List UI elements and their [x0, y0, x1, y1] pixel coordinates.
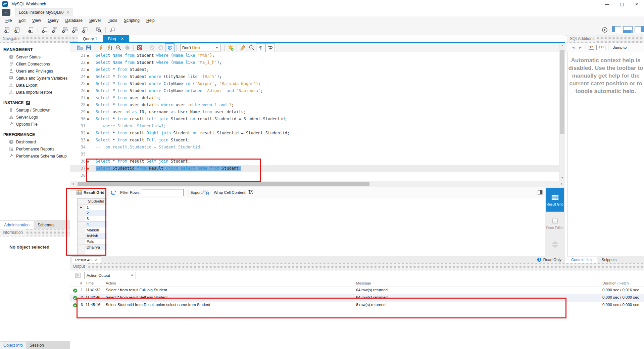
form-editor-button[interactable]: Form Editor	[546, 214, 564, 233]
tab-query-1[interactable]: Query 1	[78, 35, 103, 42]
create-procedure-icon[interactable]	[70, 26, 80, 34]
show-invisibles-icon[interactable]: ¶	[256, 43, 265, 52]
scroll-left-icon[interactable]: ◄	[70, 181, 76, 187]
refresh-icon[interactable]	[110, 189, 117, 196]
editor-line-27[interactable]: 27select * from user_details;	[70, 94, 559, 101]
editor-line-35[interactable]: 35	[70, 151, 559, 158]
editor-line-22[interactable]: 22Select Name from Student where (Name l…	[70, 59, 559, 66]
table-row[interactable]: Palu	[78, 239, 107, 245]
sidebar-item-status-and-system-variables[interactable]: Status and System Variables	[0, 75, 70, 82]
sidebar-item-performance-reports[interactable]: Performance Reports	[0, 145, 70, 152]
menu-database[interactable]: Database	[62, 17, 86, 24]
tab-snippets[interactable]: Snippets	[597, 257, 621, 263]
explain-icon[interactable]	[114, 44, 123, 52]
export-icon[interactable]	[203, 189, 210, 196]
menu-file[interactable]: File	[2, 17, 15, 24]
commit-icon[interactable]	[148, 44, 156, 52]
cell-studentid[interactable]: 3	[85, 216, 107, 222]
close-button[interactable]: ✕	[629, 0, 644, 8]
result-grid-view-button[interactable]: Result Grid	[546, 188, 564, 212]
reconnect-icon[interactable]	[107, 26, 117, 34]
tab-result-46-close-icon[interactable]: ✕	[95, 258, 98, 262]
inspector-icon[interactable]: i	[26, 26, 36, 34]
home-icon[interactable]: ⌂	[2, 9, 10, 16]
sidebar-item-data-import-restore[interactable]: Data Import/Restore	[0, 89, 70, 96]
editor-line-28[interactable]: 28Select * from user_details where user_…	[70, 101, 559, 108]
create-view-icon[interactable]	[60, 26, 70, 34]
connection-tab-close-icon[interactable]: ✕	[66, 10, 69, 15]
editor-line-33[interactable]: 33Select * from result Full join Student…	[70, 137, 559, 144]
table-row[interactable]: 4	[78, 222, 107, 227]
sidebar-item-options-file[interactable]: Options File	[0, 121, 70, 128]
toggle-left-panel-button[interactable]	[612, 26, 621, 33]
editor-vertical-scrollbar[interactable]: ▲ ▼	[559, 43, 565, 181]
menu-help[interactable]: Help	[143, 17, 158, 24]
action-output-dropdown[interactable]: Action Output ▼	[84, 272, 136, 279]
tab-object-info[interactable]: Object Info	[0, 342, 26, 349]
word-wrap-icon[interactable]	[265, 43, 275, 52]
toggle-right-panel-button[interactable]	[635, 26, 644, 33]
editor-line-21[interactable]: 21Select Name from Student where (Name l…	[70, 52, 559, 59]
filter-rows-input[interactable]	[142, 189, 184, 196]
editor-line-30[interactable]: 30Select * from result Left join Student…	[70, 116, 559, 123]
tab-schemas[interactable]: Schemas	[34, 221, 58, 229]
vertical-scroll-thumb[interactable]	[560, 50, 564, 134]
sidebar-item-users-and-privileges[interactable]: Users and Privileges	[0, 68, 70, 75]
maximize-button[interactable]: ▢	[614, 0, 629, 8]
save-snippet-icon[interactable]	[226, 44, 235, 52]
table-row[interactable]: ►1	[78, 205, 107, 210]
chevron-up-icon[interactable]	[551, 241, 559, 244]
limit-rows-dropdown[interactable]: Don't Limit ▼	[180, 44, 220, 51]
create-table-icon[interactable]	[50, 26, 60, 34]
back-arrow-icon[interactable]: ◄	[570, 45, 577, 49]
minimize-button[interactable]: —	[600, 0, 614, 8]
editor-line-38[interactable]: 38	[70, 172, 559, 179]
editor-horizontal-scrollbar[interactable]: ◄ ►	[70, 181, 565, 187]
toggle-autocommit-icon[interactable]	[165, 43, 175, 52]
cell-studentid[interactable]: Manish	[85, 227, 107, 233]
scroll-up-icon[interactable]: ▲	[559, 43, 565, 48]
collapse-side-panel-icon[interactable]	[536, 188, 544, 196]
new-sql-tab-icon[interactable]: SQL	[2, 26, 12, 34]
editor-line-34[interactable]: 34-- on result.Studentid = Student.Stude…	[70, 144, 559, 151]
open-file-icon[interactable]	[76, 44, 84, 52]
editor-line-25[interactable]: 25Select * from Student where CityName i…	[70, 80, 559, 87]
editor-line-31[interactable]: 31-- where Student.Studentid=1;	[70, 123, 559, 130]
assistant-icon[interactable]	[600, 26, 610, 34]
cell-studentid[interactable]: 1	[85, 205, 107, 210]
tab-administration[interactable]: Administration	[0, 221, 34, 229]
sidebar-item-performance-schema-setup[interactable]: Performance Schema Setup	[0, 152, 70, 160]
editor-line-32[interactable]: 32Select * from result Right join Studen…	[70, 130, 559, 137]
tab-blog[interactable]: Blog ✕	[103, 35, 129, 42]
execute-icon[interactable]	[97, 44, 105, 52]
sidebar-item-server-logs[interactable]: Server Logs	[0, 114, 70, 121]
menu-server[interactable]: Server	[86, 17, 104, 24]
sidebar-item-data-export[interactable]: Data Export	[0, 82, 70, 89]
output-row[interactable]: 311:45:16Select Studentid from Result un…	[70, 302, 644, 309]
table-row[interactable]: 3	[78, 216, 107, 222]
rollback-icon[interactable]	[156, 44, 165, 52]
search-data-icon[interactable]	[94, 26, 104, 34]
connection-tab[interactable]: Local instance MySQL80 ✕	[15, 8, 73, 17]
tab-context-help[interactable]: Context Help	[567, 257, 597, 263]
cell-studentid[interactable]: Ashish	[85, 233, 107, 239]
stop-icon[interactable]	[123, 44, 132, 52]
scroll-right-icon[interactable]: ►	[559, 181, 564, 187]
output-row[interactable]: 111:41:32Select * from result Full join …	[70, 287, 644, 294]
save-icon[interactable]	[84, 44, 93, 52]
find-icon[interactable]: A	[247, 44, 256, 52]
cell-studentid[interactable]: Dhairya	[85, 245, 107, 250]
context-help-auto-button[interactable]: I?	[596, 45, 605, 50]
menu-tools[interactable]: Tools	[104, 17, 120, 24]
sql-editor[interactable]: 21Select Name from Student where (Name l…	[70, 52, 559, 181]
editor-line-37[interactable]: 37Select Studentid from Result union sel…	[70, 165, 559, 172]
context-help-caret-button[interactable]: I?	[589, 45, 594, 50]
wrap-cell-content-icon[interactable]: ĪA	[248, 190, 253, 195]
sidebar-item-client-connections[interactable]: Client Connections	[0, 60, 70, 68]
beautify-icon[interactable]	[239, 44, 247, 52]
sidebar-item-dashboard[interactable]: Dashboard	[0, 138, 70, 145]
execute-current-icon[interactable]	[105, 44, 114, 52]
chevron-down-icon[interactable]	[551, 245, 559, 248]
menu-edit[interactable]: Edit	[15, 17, 29, 24]
table-row[interactable]: Dhairya	[78, 245, 107, 250]
